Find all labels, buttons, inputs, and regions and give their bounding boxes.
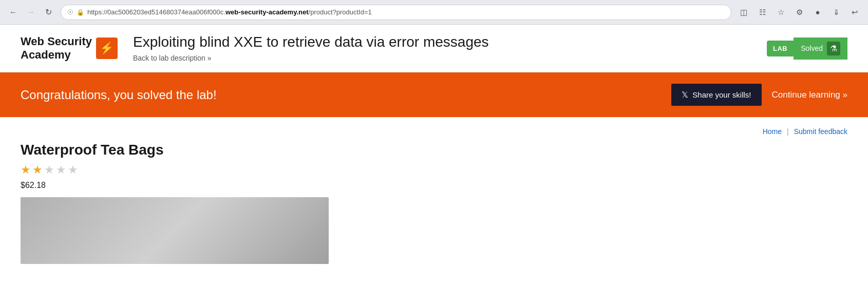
logo-icon[interactable]: ⚡ [96, 37, 118, 59]
header-center: Exploiting blind XXE to retrieve data vi… [133, 34, 767, 63]
product-price: $62.18 [21, 181, 847, 190]
url-part2: /product?productId=1 [309, 8, 372, 16]
url-text: https://0ac5006203ed514680374eaa006f000c… [87, 8, 725, 16]
lab-badge: LAB [767, 41, 794, 56]
back-button[interactable]: ← [6, 5, 21, 20]
logo-line2: Academy [21, 48, 71, 61]
star-rating: ★ ★ ★ ★ ★ [21, 163, 847, 177]
submit-feedback-link[interactable]: Submit feedback [794, 127, 847, 136]
twitter-icon: 𝕏 [682, 90, 688, 100]
forward-button[interactable]: → [24, 5, 38, 20]
star-1: ★ [21, 163, 31, 177]
reader-icon[interactable]: ☷ [755, 5, 769, 20]
nav-buttons: ← → ↻ [6, 5, 55, 20]
profile-icon[interactable]: ● [810, 5, 825, 20]
lock-icon: 🔒 [77, 9, 84, 16]
solved-label: Solved [801, 44, 823, 52]
congrats-banner: Congratulations, you solved the lab! 𝕏 S… [0, 72, 868, 117]
product-area: Home | Submit feedback Waterproof Tea Ba… [0, 117, 868, 264]
extension-icon[interactable]: ⚙ [792, 5, 806, 20]
header-right: LAB Solved ⚗ [767, 37, 847, 60]
star-3: ★ [44, 163, 54, 177]
logo-line1: Web Security [21, 35, 92, 48]
congrats-text: Congratulations, you solved the lab! [21, 88, 217, 102]
logo-area: Web Security Academy ⚡ [21, 35, 118, 62]
url-part1: https://0ac5006203ed514680374eaa006f000c… [87, 8, 225, 16]
flask-icon: ⚗ [827, 42, 840, 55]
qr-icon[interactable]: ◫ [737, 5, 751, 20]
share-button[interactable]: 𝕏 Share your skills! [671, 84, 761, 106]
browser-chrome: ← → ↻ ☉ 🔒 https://0ac5006203ed514680374e… [0, 0, 868, 25]
star-4: ★ [56, 163, 66, 177]
logo-symbol: ⚡ [100, 42, 114, 55]
browser-actions: ◫ ☷ ☆ ⚙ ● ⇓ ↩ [737, 5, 862, 20]
share-label: Share your skills! [692, 90, 751, 99]
star-2: ★ [32, 163, 43, 177]
reload-button[interactable]: ↻ [41, 5, 55, 20]
logo-text: Web Security Academy [21, 35, 92, 62]
undo-icon[interactable]: ↩ [847, 5, 862, 20]
url-bold: web-security-academy.net [225, 8, 309, 16]
product-name: Waterproof Tea Bags [21, 142, 847, 158]
page-header: Web Security Academy ⚡ Exploiting blind … [0, 25, 868, 72]
home-link[interactable]: Home [763, 127, 782, 136]
shield-icon: ☉ [67, 8, 73, 16]
continue-learning-link[interactable]: Continue learning » [772, 90, 847, 100]
breadcrumb-nav: Home | Submit feedback [21, 127, 847, 142]
breadcrumb-separator: | [787, 127, 789, 136]
product-image [21, 197, 329, 264]
star-5: ★ [68, 163, 78, 177]
solved-badge: Solved ⚗ [794, 37, 847, 60]
download-icon[interactable]: ⇓ [829, 5, 843, 20]
star-bookmark-icon[interactable]: ☆ [773, 5, 788, 20]
lab-title: Exploiting blind XXE to retrieve data vi… [133, 34, 767, 50]
address-bar[interactable]: ☉ 🔒 https://0ac5006203ed514680374eaa006f… [61, 5, 731, 20]
back-to-lab-link[interactable]: Back to lab description » [133, 54, 212, 62]
banner-actions: 𝕏 Share your skills! Continue learning » [671, 84, 847, 106]
